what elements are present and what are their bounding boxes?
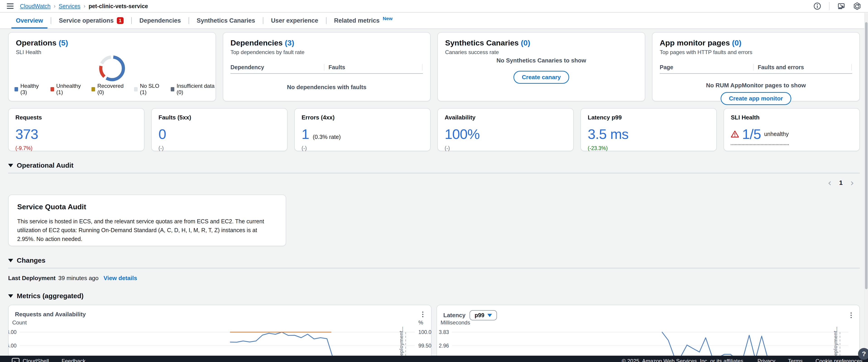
metrics-section-toggle[interactable]: Metrics (aggregated) <box>8 292 860 300</box>
app-monitor-card-subtitle: Top pages with HTTP faults and errors <box>660 49 852 56</box>
kpi-value: 1/5 <box>742 126 761 142</box>
kpi-value: 0 <box>158 126 166 142</box>
dependencies-empty-message: No dependencies with faults <box>230 84 423 91</box>
legend-item[interactable]: Unhealthy (1) <box>51 83 84 96</box>
previous-page-icon[interactable]: ‹ <box>828 179 831 186</box>
kpi-label: Latency p99 <box>588 114 710 121</box>
kpi-sli-health: SLI Health 1/5 unhealthy <box>723 108 860 151</box>
kpi-errors-4xx: Errors (4xx) 1 (0.3% rate) (-) <box>294 108 431 151</box>
tab-user-experience[interactable]: User experience <box>263 13 326 29</box>
collapse-triangle-icon <box>8 259 13 262</box>
section-divider <box>8 268 860 268</box>
tab-label: User experience <box>271 17 318 24</box>
app-monitor-table-header: Page Faults and errors <box>660 64 852 74</box>
info-icon[interactable] <box>813 2 822 10</box>
chevron-down-icon <box>488 314 492 317</box>
synthetics-canaries-card: Synthetics Canaries (0) Canaries success… <box>437 32 645 101</box>
app-monitor-count[interactable]: (0) <box>732 38 741 47</box>
synthetics-card-subtitle: Canaries success rate <box>445 49 638 56</box>
cloudshell-terminal-icon: >_ <box>12 358 20 362</box>
tab-dependencies[interactable]: Dependencies <box>132 13 189 29</box>
section-title: Metrics (aggregated) <box>17 292 84 300</box>
column-faults[interactable]: Faults <box>324 64 422 71</box>
toolbar-divider <box>829 2 830 10</box>
kpi-change: (-9.7%) <box>16 145 137 151</box>
section-title: Operational Audit <box>17 162 73 169</box>
create-app-monitor-button[interactable]: Create app monitor <box>721 92 791 105</box>
synthetics-card-title: Synthetics Canaries (0) <box>445 38 638 47</box>
kpi-value: 1 <box>302 126 309 142</box>
kpi-value: 3.5 ms <box>588 126 628 142</box>
tab-overview[interactable]: Overview <box>8 13 51 29</box>
settings-hexagon-icon[interactable] <box>853 2 861 10</box>
quota-audit-body: This service is hosted in ECS, and the r… <box>17 217 275 243</box>
privacy-link[interactable]: Privacy <box>757 358 775 362</box>
kpi-label: SLI Health <box>731 114 852 121</box>
requests-availability-chart-card: Requests and Availability Count28.0016.0… <box>8 305 432 362</box>
svg-text:Deployment...: Deployment... <box>399 327 404 359</box>
feedback-link[interactable]: Feedback <box>62 358 85 362</box>
column-dependency[interactable]: Dependency <box>230 64 324 71</box>
view-details-link[interactable]: View details <box>103 275 137 282</box>
breadcrumb-services[interactable]: Services <box>59 3 81 9</box>
sli-health-value[interactable]: 1/5 unhealthy <box>731 126 789 145</box>
sli-health-donut-chart[interactable] <box>98 54 126 83</box>
legend-item[interactable]: Healthy (3) <box>14 83 43 96</box>
tab-related-metrics[interactable]: Related metrics New <box>327 13 400 29</box>
column-end-divider <box>422 64 423 71</box>
synthetics-count[interactable]: (0) <box>521 38 530 47</box>
section-divider <box>8 173 860 173</box>
svg-text:%: % <box>418 320 423 326</box>
footer-bar: >_ CloudShell Feedback © 2025, Amazon We… <box>0 356 868 362</box>
tab-service-operations[interactable]: Service operations 1 <box>51 13 131 29</box>
svg-text:16.00: 16.00 <box>9 343 17 349</box>
collapse-triangle-icon <box>8 294 13 298</box>
kpi-label: Requests <box>16 114 137 121</box>
help-button[interactable]: ? <box>858 348 868 360</box>
dependencies-card: Dependencies (3) Top dependencies by fau… <box>223 32 431 101</box>
app-monitor-pages-card: App monitor pages (0) Top pages with HTT… <box>652 32 860 101</box>
cloudshell-button[interactable]: >_ CloudShell <box>12 358 49 362</box>
create-canary-button[interactable]: Create canary <box>514 71 569 84</box>
chevron-right-icon: › <box>54 3 56 9</box>
next-page-icon[interactable]: › <box>850 179 854 186</box>
legend-swatch <box>171 87 174 91</box>
breadcrumb-cloudwatch[interactable]: CloudWatch <box>20 3 51 9</box>
kpi-change: (-) <box>445 145 566 151</box>
alert-count-badge: 1 <box>117 17 124 24</box>
svg-text:100.00: 100.00 <box>418 329 432 335</box>
copyright-text: © 2025, Amazon Web Services, Inc. or its… <box>622 358 745 362</box>
breadcrumb: CloudWatch › Services › pet-clinic-vets-… <box>20 3 148 9</box>
tab-synthetics-canaries[interactable]: Synthetics Canaries <box>189 13 263 29</box>
page-number[interactable]: 1 <box>839 179 843 187</box>
tools-icon[interactable] <box>837 2 845 10</box>
legend-item[interactable]: No SLO (1) <box>134 83 163 96</box>
svg-text:28.00: 28.00 <box>9 329 17 335</box>
operations-count[interactable]: (5) <box>59 38 68 47</box>
kpi-change: (-23.3%) <box>588 145 710 151</box>
chart-menu-icon[interactable] <box>849 311 853 320</box>
legend-item[interactable]: Insufficient data (0) <box>171 83 216 96</box>
operational-audit-section-toggle[interactable]: Operational Audit <box>8 162 860 169</box>
column-page[interactable]: Page <box>660 64 753 71</box>
terms-link[interactable]: Terms <box>788 358 803 362</box>
kpi-label: Errors (4xx) <box>302 114 423 121</box>
svg-text:Count: Count <box>12 320 27 326</box>
vertical-scrollbar[interactable] <box>864 13 868 362</box>
chart-menu-icon[interactable] <box>421 310 425 319</box>
cookie-preferences-link[interactable]: Cookie preferences <box>815 358 863 362</box>
changes-section-toggle[interactable]: Changes <box>8 257 860 264</box>
donut-legend: Healthy (3) Unhealthy (1) Recovered (0) … <box>14 83 216 96</box>
svg-text:3.83: 3.83 <box>439 329 449 335</box>
svg-text:Milliseconds: Milliseconds <box>440 320 470 326</box>
svg-text:Deployment...: Deployment... <box>833 327 838 359</box>
chart-title: Requests and Availability <box>15 311 86 318</box>
menu-icon[interactable] <box>7 3 13 9</box>
new-badge: New <box>383 16 393 21</box>
scrollbar-thumb[interactable] <box>865 22 868 289</box>
column-faults-errors[interactable]: Faults and errors <box>753 64 851 71</box>
service-quota-audit-card: Service Quota Audit This service is host… <box>8 195 286 246</box>
app-monitor-card-title: App monitor pages (0) <box>660 38 852 47</box>
legend-item[interactable]: Recovered (0) <box>91 83 126 96</box>
dependencies-count[interactable]: (3) <box>285 38 294 47</box>
